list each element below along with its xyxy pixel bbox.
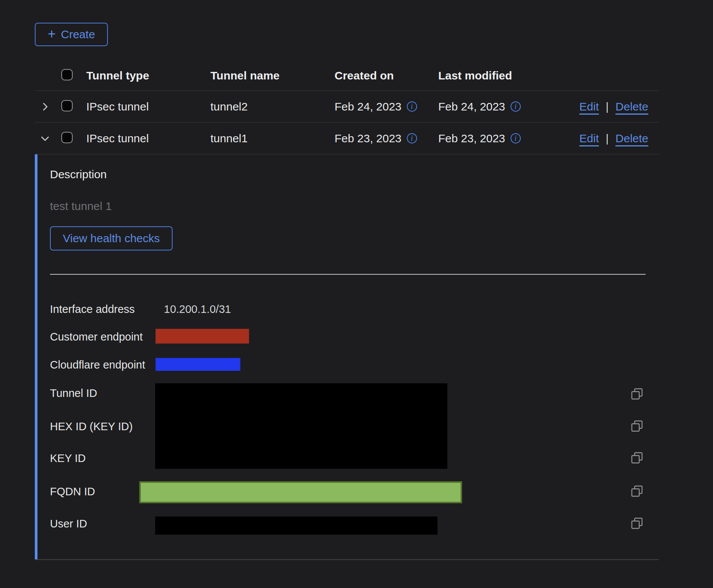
header-tunnel-name: Tunnel name bbox=[210, 69, 280, 82]
action-separator: | bbox=[606, 132, 609, 145]
tunnel-name-cell: tunnel2 bbox=[210, 100, 248, 113]
copy-icon bbox=[630, 419, 644, 433]
tunnel-type-cell: IPsec tunnel bbox=[86, 100, 149, 113]
header-created-on: Created on bbox=[335, 69, 394, 82]
interface-address-value: 10.200.1.0/31 bbox=[164, 303, 231, 316]
select-all-checkbox[interactable] bbox=[61, 69, 73, 80]
tunnel-name-cell: tunnel1 bbox=[210, 132, 248, 145]
info-icon[interactable]: i bbox=[407, 133, 417, 143]
action-separator: | bbox=[606, 100, 609, 113]
user-id-redaction bbox=[155, 516, 437, 535]
tunnel-detail-panel: Description test tunnel 1 View health ch… bbox=[35, 154, 659, 560]
tunnel-id-label: Tunnel ID bbox=[50, 387, 97, 400]
key-id-label: KEY ID bbox=[50, 452, 86, 465]
detail-divider bbox=[50, 274, 646, 275]
user-id-label: User ID bbox=[50, 518, 87, 530]
info-icon[interactable]: i bbox=[511, 133, 521, 143]
description-label: Description bbox=[50, 168, 107, 181]
row-checkbox[interactable] bbox=[61, 132, 73, 143]
delete-link[interactable]: Delete bbox=[615, 100, 648, 113]
create-button[interactable]: + Create bbox=[35, 23, 108, 46]
fqdn-id-redaction bbox=[139, 481, 462, 503]
expanded-row-accent-bar bbox=[35, 154, 37, 559]
header-tunnel-type: Tunnel type bbox=[86, 69, 149, 82]
edit-link[interactable]: Edit bbox=[579, 132, 599, 145]
chevron-down-icon bbox=[39, 133, 51, 144]
customer-endpoint-redaction bbox=[156, 329, 249, 344]
create-button-label: Create bbox=[61, 28, 95, 41]
copy-icon bbox=[630, 451, 644, 465]
interface-address-label: Interface address bbox=[50, 303, 135, 316]
tunnel-type-cell: IPsec tunnel bbox=[86, 132, 149, 145]
created-on-cell: Feb 23, 2023 bbox=[335, 132, 402, 145]
table-row: IPsec tunnel tunnel1 Feb 23, 2023 i Feb … bbox=[35, 123, 659, 154]
chevron-right-icon bbox=[39, 101, 51, 112]
table-bottom-divider bbox=[35, 559, 659, 560]
plus-icon: + bbox=[48, 27, 56, 41]
row-checkbox[interactable] bbox=[61, 100, 73, 111]
info-icon[interactable]: i bbox=[407, 101, 417, 112]
last-modified-cell: Feb 24, 2023 bbox=[438, 100, 505, 113]
header-last-modified: Last modified bbox=[438, 69, 512, 82]
tunnels-page: + Create Tunnel type Tunnel name Created… bbox=[0, 0, 713, 588]
table-header-row: Tunnel type Tunnel name Created on Last … bbox=[35, 61, 659, 91]
copy-tunnel-id-button[interactable] bbox=[630, 387, 644, 401]
copy-icon bbox=[630, 484, 644, 498]
hex-id-label: HEX ID (KEY ID) bbox=[50, 420, 133, 433]
customer-endpoint-label: Customer endpoint bbox=[50, 331, 143, 343]
copy-user-id-button[interactable] bbox=[630, 516, 644, 530]
cloudflare-endpoint-label: Cloudflare endpoint bbox=[50, 359, 145, 371]
fqdn-id-label: FQDN ID bbox=[50, 485, 95, 498]
description-value: test tunnel 1 bbox=[50, 200, 112, 213]
copy-fqdn-id-button[interactable] bbox=[630, 484, 644, 498]
delete-link[interactable]: Delete bbox=[615, 132, 648, 145]
last-modified-cell: Feb 23, 2023 bbox=[438, 132, 505, 145]
table-row: IPsec tunnel tunnel2 Feb 24, 2023 i Feb … bbox=[35, 91, 659, 123]
copy-hex-id-button[interactable] bbox=[630, 419, 644, 433]
created-on-cell: Feb 24, 2023 bbox=[335, 100, 402, 113]
info-icon[interactable]: i bbox=[511, 101, 521, 112]
expand-row-button[interactable] bbox=[39, 100, 51, 113]
collapse-row-button[interactable] bbox=[39, 132, 51, 145]
cloudflare-endpoint-redaction bbox=[156, 358, 240, 371]
copy-icon bbox=[630, 516, 644, 530]
copy-key-id-button[interactable] bbox=[630, 451, 644, 465]
edit-link[interactable]: Edit bbox=[579, 100, 599, 113]
copy-icon bbox=[630, 387, 644, 401]
view-health-checks-button[interactable]: View health checks bbox=[50, 226, 173, 250]
ids-redaction bbox=[155, 383, 447, 469]
